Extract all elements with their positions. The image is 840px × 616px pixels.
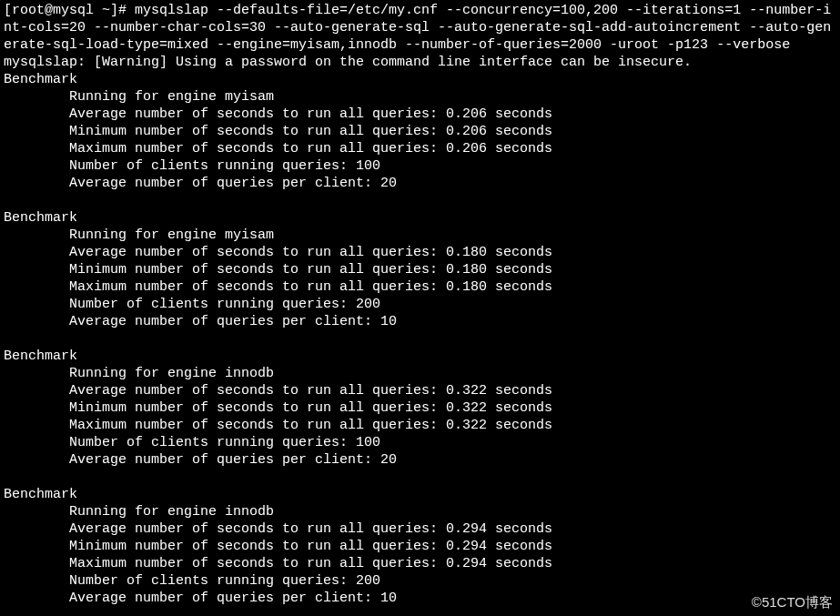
row-min: Minimum number of seconds to run all que… xyxy=(4,123,836,140)
shell-prompt: [root@mysql ~]# xyxy=(4,3,135,18)
row-clients: Number of clients running queries: 200 xyxy=(4,296,836,313)
row-running: Running for engine innodb xyxy=(4,503,836,520)
benchmark-heading: Benchmark xyxy=(4,487,77,502)
row-qpc: Average number of queries per client: 20 xyxy=(4,175,836,192)
row-max: Maximum number of seconds to run all que… xyxy=(4,278,836,296)
benchmark-heading: Benchmark xyxy=(4,210,77,226)
row-min: Minimum number of seconds to run all que… xyxy=(4,399,836,417)
row-max: Maximum number of seconds to run all que… xyxy=(4,555,836,572)
row-min: Minimum number of seconds to run all que… xyxy=(4,261,836,278)
row-max: Maximum number of seconds to run all que… xyxy=(4,417,836,434)
row-min: Minimum number of seconds to run all que… xyxy=(4,538,836,555)
row-running: Running for engine myisam xyxy=(4,88,836,106)
row-avg: Average number of seconds to run all que… xyxy=(4,106,836,123)
row-running: Running for engine innodb xyxy=(4,365,836,382)
row-clients: Number of clients running queries: 100 xyxy=(4,157,836,175)
row-clients: Number of clients running queries: 200 xyxy=(4,572,836,590)
row-avg: Average number of seconds to run all que… xyxy=(4,244,836,261)
terminal-output[interactable]: [root@mysql ~]# mysqlslap --defaults-fil… xyxy=(0,0,840,609)
row-clients: Number of clients running queries: 100 xyxy=(4,434,836,451)
watermark-text: ©51CTO博客 xyxy=(752,593,833,611)
row-max: Maximum number of seconds to run all que… xyxy=(4,140,836,157)
row-avg: Average number of seconds to run all que… xyxy=(4,520,836,538)
warning-line: mysqlslap: [Warning] Using a password on… xyxy=(4,55,692,70)
row-running: Running for engine myisam xyxy=(4,227,836,244)
benchmark-heading: Benchmark xyxy=(4,348,77,364)
row-qpc: Average number of queries per client: 20 xyxy=(4,451,836,469)
row-avg: Average number of seconds to run all que… xyxy=(4,382,836,399)
row-qpc: Average number of queries per client: 10 xyxy=(4,590,836,607)
benchmark-heading: Benchmark xyxy=(4,72,77,87)
row-qpc: Average number of queries per client: 10 xyxy=(4,313,836,330)
